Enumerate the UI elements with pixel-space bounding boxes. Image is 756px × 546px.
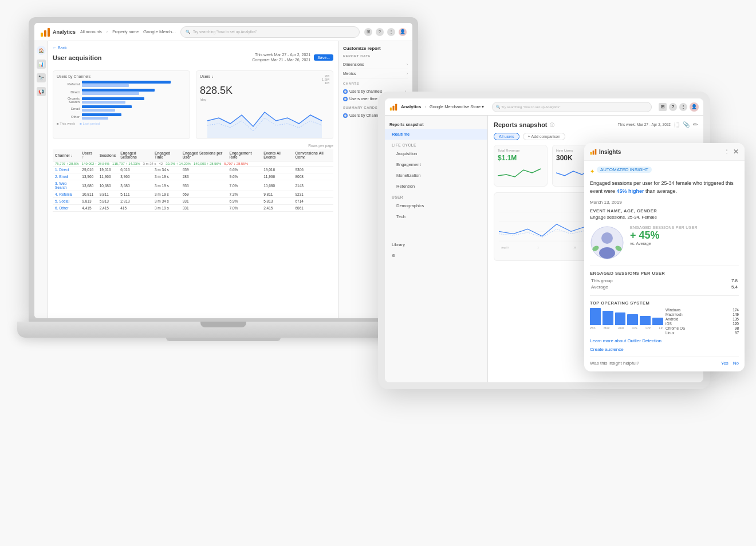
big-metric-number: 828.5K	[200, 85, 329, 97]
sidebar-retention[interactable]: Retention	[385, 181, 487, 192]
os-values: Windows174 Macintosh149 Android135 iOS12…	[666, 308, 739, 335]
sidebar-explore-icon[interactable]: 🔭	[37, 73, 46, 82]
chart-dot-1	[343, 89, 348, 94]
grid-icon[interactable]: ⊞	[364, 28, 372, 36]
th-channel[interactable]: Channel ↓	[53, 149, 80, 161]
insights-main-description: Engaged sessions per user for 25-34 fema…	[590, 180, 739, 195]
tablet-avatar[interactable]: 👤	[690, 102, 699, 112]
svg-rect-14	[590, 152, 592, 155]
th-events[interactable]: Events All Events	[261, 149, 293, 161]
snapshot-header-actions: This week: Mar 27 - Apr 2, 2022 ⬚ 📎 ✏	[618, 121, 698, 128]
sidebar-settings-icon[interactable]: ⚙	[385, 250, 487, 262]
ga-laptop-app: Analytics All accounts › Property name G…	[34, 23, 412, 318]
th-eng-per-user[interactable]: Engaged Sessions per User	[180, 149, 227, 161]
table-header-row: Channel ↓ Users ↑ Sessions Engaged Sessi…	[53, 149, 333, 161]
sidebar-home-icon[interactable]: 🏠	[37, 46, 46, 55]
insights-panel-header: Insights ⋮ ✕	[584, 143, 745, 161]
laptop-stand	[166, 338, 281, 341]
more-icon[interactable]: ⋮	[387, 28, 395, 36]
sidebar-realtime[interactable]: Realtime	[385, 129, 487, 140]
property-dropdown[interactable]: Google Merch...	[143, 29, 176, 34]
tablet-more-icon[interactable]: ⋮	[679, 103, 687, 111]
tablet-property[interactable]: Google Merchandise Store ▾	[430, 104, 484, 109]
laptop-screen-outer: Analytics All accounts › Property name G…	[29, 17, 418, 322]
sidebar-engagement[interactable]: Engagement	[385, 159, 487, 170]
charts-label: CHARTS	[343, 82, 408, 85]
dimensions-item[interactable]: Dimensions ›	[343, 60, 408, 69]
tab-all-users[interactable]: All users	[494, 133, 519, 140]
svg-point-18	[601, 232, 613, 244]
insights-more-icon[interactable]: ⋮	[724, 148, 730, 156]
yes-button[interactable]: Yes	[721, 361, 729, 366]
data-table-container: Rows per page Channel ↓ Users ↑ Sessions…	[53, 144, 333, 212]
sparkle-icon: ✦	[590, 168, 594, 175]
laptop-content: 🏠 📊 🔭 📢 ← Back User acquisition This	[34, 41, 412, 318]
os-bar-android	[615, 312, 626, 326]
sidebar-tech[interactable]: Tech	[385, 211, 487, 222]
date-range-bar: This week Mar 27 - Apr 2, 2021 Compare: …	[252, 52, 333, 62]
th-users[interactable]: Users ↑	[80, 149, 97, 161]
bar-chart-title: Users by Channels	[57, 74, 186, 78]
insights-panel: Insights ⋮ ✕ ✦ AUTOMATED INSIGHT Engaged…	[584, 143, 745, 371]
no-button[interactable]: No	[733, 361, 739, 366]
laptop: Analytics All accounts › Property name G…	[17, 17, 430, 338]
os-bar-linux	[652, 318, 663, 326]
save-button[interactable]: Save...	[314, 54, 333, 61]
tablet-help-icon[interactable]: ?	[669, 103, 677, 111]
sidebar-user-section: User	[385, 192, 487, 200]
big-metric-sub: /day	[200, 98, 329, 101]
insights-illustration	[590, 225, 624, 260]
tablet-top-icons: ⊞ ? ⋮ 👤	[659, 102, 699, 112]
sidebar-library[interactable]: Library	[385, 239, 487, 250]
tablet-breadcrumb-sep: ›	[425, 105, 426, 109]
tab-add-comparison[interactable]: + Add comparison	[523, 133, 565, 140]
outlier-detection-link[interactable]: Learn more about Outlier Detection	[590, 338, 739, 343]
help-icon[interactable]: ?	[376, 28, 384, 36]
os-bar-chrome	[640, 316, 651, 326]
th-sessions[interactable]: Sessions	[97, 149, 119, 161]
share-icon[interactable]: ⬚	[674, 121, 679, 128]
snapshot-date: This week: Mar 27 - Apr 2, 2022	[618, 122, 671, 126]
laptop-report-area: ← Back User acquisition This week Mar 27…	[48, 41, 338, 318]
helpful-buttons: Yes No	[721, 361, 739, 366]
svg-rect-2	[48, 28, 50, 37]
chart-dot-2	[343, 97, 348, 101]
th-time[interactable]: Engaged Time	[152, 149, 180, 161]
tablet-grid-icon[interactable]: ⊞	[659, 103, 667, 111]
edit-icon[interactable]: ✏	[693, 121, 698, 128]
th-engaged[interactable]: Engaged Sessions	[118, 149, 152, 161]
date-range-text: This week Mar 27 - Apr 2, 2021 Compare: …	[252, 52, 310, 62]
users-dropdown[interactable]: Users ↓	[200, 74, 214, 78]
avatar-icon[interactable]: 👤	[399, 28, 407, 36]
th-rate[interactable]: Engagement Rate	[227, 149, 262, 161]
create-audience-link[interactable]: Create audience	[590, 347, 739, 352]
back-button[interactable]: ← Back	[53, 46, 333, 50]
svg-rect-1	[44, 30, 46, 37]
th-conv[interactable]: Conversions All Conv.	[293, 149, 334, 161]
bookmark-icon[interactable]: 📎	[683, 121, 690, 128]
report-data-label: REPORT DATA	[343, 54, 408, 58]
os-bar-ios	[627, 314, 638, 326]
svg-rect-15	[593, 151, 594, 155]
sidebar-monetization[interactable]: Monetization	[385, 170, 487, 181]
sidebar-demographics[interactable]: Demographics	[385, 200, 487, 211]
search-icon: 🔍	[186, 30, 191, 34]
line-chart-users-over-time: Users ↓ 2M 1.5M 1M 828.5K /day	[196, 70, 333, 139]
insights-body: ✦ AUTOMATED INSIGHT Engaged sessions per…	[584, 161, 745, 371]
laptop-search-bar[interactable]: 🔍 Try searching "how to set up Analytics…	[180, 26, 360, 38]
sidebar-ad-icon[interactable]: 📢	[37, 87, 46, 96]
svg-rect-0	[41, 33, 43, 37]
bar-row-referral: Referral	[57, 81, 186, 87]
sidebar-reports-icon[interactable]: 📊	[37, 60, 46, 69]
insights-logo-icon	[590, 148, 597, 155]
divider-2	[590, 295, 739, 296]
tablet-search[interactable]: 🔍 Try searching "how to set up Analytics…	[492, 102, 652, 112]
event-meta-label: EVENT NAME, AGE, GENDER	[590, 208, 739, 213]
table-row: 4. Referral 10,811 9,811 5,111 3 m 19 s …	[53, 191, 333, 198]
sidebar-acquisition[interactable]: Acquisition	[385, 148, 487, 159]
insights-close-button[interactable]: ✕	[733, 148, 739, 156]
snapshot-tabs: All users + Add comparison	[494, 133, 698, 140]
metrics-item[interactable]: Metrics ›	[343, 69, 408, 78]
charts-row: Users by Channels Referral Direc	[53, 70, 333, 139]
analytics-logo-text: Analytics	[53, 29, 76, 35]
